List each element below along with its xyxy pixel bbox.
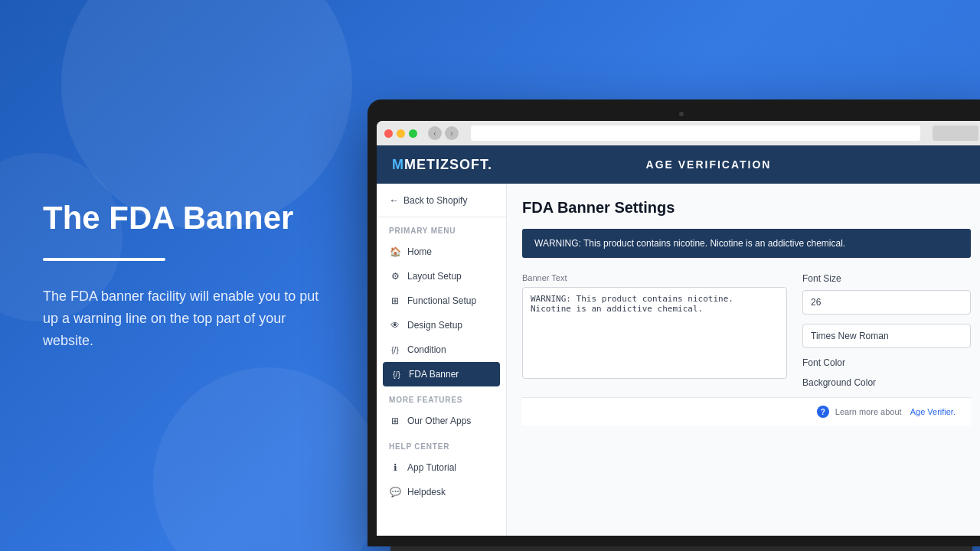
laptop-bottom-bar: [377, 536, 980, 546]
sidebar-item-layout-setup[interactable]: ⚙ Layout Setup: [377, 264, 506, 289]
help-center-label: HELP CENTER: [377, 433, 506, 455]
logo-m: M: [392, 157, 404, 172]
page-description: The FDA banner facility will enable you …: [43, 285, 334, 351]
sidebar-item-functional-setup[interactable]: ⊞ Functional Setup: [377, 289, 506, 313]
fda-banner-icon: {/}: [390, 368, 403, 380]
webcam-row: [377, 109, 980, 121]
sidebar-item-label: Home: [407, 246, 432, 257]
font-size-input[interactable]: [802, 290, 971, 315]
search-icon-bar: [933, 126, 978, 141]
sidebar-item-home[interactable]: 🏠 Home: [377, 240, 506, 264]
banner-text-input[interactable]: [522, 287, 787, 379]
sidebar-item-label: App Tutorial: [407, 462, 456, 473]
background-color-group: Background Color: [802, 377, 971, 388]
banner-text-label: Banner Text: [522, 273, 787, 282]
sidebar-item-our-other-apps[interactable]: ⊞ Our Other Apps: [377, 409, 506, 433]
sidebar-item-helpdesk[interactable]: 💬 Helpdesk: [377, 480, 506, 504]
divider: [43, 258, 165, 261]
app-body: ← Back to Shopify PRIMARY MENU 🏠 Home ⚙ …: [377, 184, 980, 536]
age-verifier-link[interactable]: Age Verifier.: [910, 407, 956, 416]
back-to-shopify-link[interactable]: ← Back to Shopify: [377, 184, 506, 217]
browser-chrome: ‹ ›: [377, 121, 980, 145]
font-size-group: Font Size: [802, 273, 971, 315]
footer-bar: ? Learn more about Age Verifier.: [522, 397, 971, 425]
laptop-base: [390, 546, 972, 551]
banner-text-group: Banner Text: [522, 273, 787, 382]
left-panel: The FDA Banner The FDA banner facility w…: [28, 0, 349, 551]
forward-arrow[interactable]: ›: [445, 126, 459, 140]
font-color-group: Font Color: [802, 357, 971, 368]
browser-dots: [384, 129, 417, 138]
design-icon: 👁: [389, 319, 401, 331]
sidebar-item-label: Our Other Apps: [407, 416, 471, 426]
page-title-left: The FDA Banner: [43, 200, 334, 236]
more-features-label: MORE FEATURES: [377, 386, 506, 409]
dot-green[interactable]: [409, 129, 417, 138]
back-arrow-icon: ←: [389, 194, 399, 206]
help-circle-icon: ?: [817, 406, 829, 418]
font-size-label: Font Size: [802, 273, 971, 284]
back-link-label: Back to Shopify: [403, 195, 467, 206]
functional-icon: ⊞: [389, 295, 401, 307]
fda-banner-settings-title: FDA Banner Settings: [522, 199, 971, 217]
font-family-group: [802, 324, 971, 348]
form-col-right: Font Size Font Color Bac: [802, 273, 971, 397]
form-col-left: Banner Text: [522, 273, 787, 397]
sidebar-item-label: FDA Banner: [409, 369, 459, 380]
sidebar-item-label: Functional Setup: [407, 295, 476, 306]
primary-menu-label: PRIMARY MENU: [377, 217, 506, 240]
sidebar-item-condition[interactable]: {/} Condition: [377, 337, 506, 362]
sidebar-item-label: Helpdesk: [407, 487, 446, 497]
app-header-title: AGE VERIFICATION: [646, 158, 772, 171]
app-header: MMETIZSOFT. AGE VERIFICATION: [377, 145, 980, 184]
layout-icon: ⚙: [389, 270, 401, 282]
sidebar-item-design-setup[interactable]: 👁 Design Setup: [377, 313, 506, 337]
browser-nav: ‹ ›: [428, 126, 459, 140]
sidebar-item-label: Condition: [407, 344, 446, 355]
tutorial-icon: ℹ: [389, 461, 401, 474]
main-content: FDA Banner Settings WARNING: This produc…: [507, 184, 980, 536]
dot-yellow[interactable]: [397, 129, 405, 138]
sidebar-item-fda-banner[interactable]: {/} FDA Banner: [383, 362, 500, 386]
helpdesk-icon: 💬: [389, 486, 401, 498]
laptop-mockup: ‹ › MMETIZSOFT. AGE VERIFICATION: [368, 99, 980, 551]
app-content: MMETIZSOFT. AGE VERIFICATION ← Back to S…: [377, 145, 980, 536]
form-row: Banner Text Font Size: [522, 273, 971, 397]
camera-dot: [679, 112, 684, 116]
back-arrow[interactable]: ‹: [428, 126, 442, 140]
warning-banner: WARNING: This product contains nicotine.…: [522, 229, 971, 258]
background-color-label: Background Color: [802, 377, 971, 388]
font-color-label: Font Color: [802, 357, 971, 368]
address-bar[interactable]: [471, 126, 920, 141]
sidebar: ← Back to Shopify PRIMARY MENU 🏠 Home ⚙ …: [377, 184, 507, 536]
sidebar-item-app-tutorial[interactable]: ℹ App Tutorial: [377, 455, 506, 480]
sidebar-item-label: Layout Setup: [407, 271, 462, 282]
condition-icon: {/}: [389, 344, 401, 356]
logo: MMETIZSOFT.: [392, 157, 492, 173]
laptop-screen: ‹ › MMETIZSOFT. AGE VERIFICATION: [377, 121, 980, 536]
laptop-outer: ‹ › MMETIZSOFT. AGE VERIFICATION: [368, 99, 980, 546]
home-icon: 🏠: [389, 246, 401, 258]
sidebar-item-label: Design Setup: [407, 320, 462, 331]
font-family-input[interactable]: [802, 324, 971, 348]
dot-red[interactable]: [384, 129, 393, 138]
footer-text: Learn more about: [835, 407, 902, 416]
apps-icon: ⊞: [389, 415, 401, 427]
